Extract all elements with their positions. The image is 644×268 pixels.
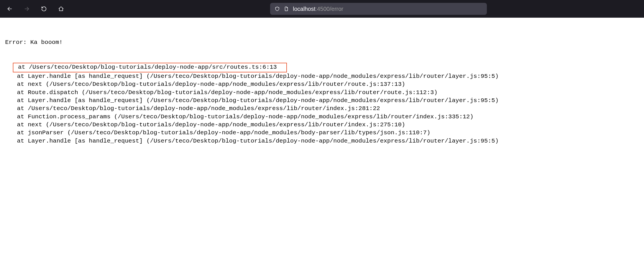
forward-button[interactable] — [23, 5, 31, 13]
arrow-right-icon — [24, 6, 30, 12]
browser-toolbar: localhost:4500/error — [0, 0, 644, 18]
stack-line: at next (/Users/teco/Desktop/blog-tutori… — [5, 80, 639, 88]
stack-line: at Route.dispatch (/Users/teco/Desktop/b… — [5, 89, 639, 97]
url-host: localhost — [293, 6, 315, 12]
stack-line: at Layer.handle [as handle_request] (/Us… — [5, 97, 639, 105]
stack-line-highlighted: at /Users/teco/Desktop/blog-tutorials/de… — [5, 63, 639, 72]
address-bar[interactable]: localhost:4500/error — [270, 3, 487, 15]
stack-trace: at /Users/teco/Desktop/blog-tutorials/de… — [5, 63, 639, 145]
document-icon — [284, 6, 289, 11]
shield-icon — [275, 6, 280, 11]
nav-buttons — [6, 5, 65, 13]
stack-line: at next (/Users/teco/Desktop/blog-tutori… — [5, 121, 639, 129]
error-header: Error: Ka booom! — [5, 38, 639, 46]
address-bar-container: localhost:4500/error — [119, 3, 638, 15]
home-button[interactable] — [57, 5, 65, 13]
stack-line: at Layer.handle [as handle_request] (/Us… — [5, 137, 639, 145]
url-rest: :4500/error — [315, 6, 343, 12]
stack-line: at Function.process_params (/Users/teco/… — [5, 113, 639, 121]
stack-line: at /Users/teco/Desktop/blog-tutorials/de… — [5, 105, 639, 113]
error-page-content: Error: Ka booom! at /Users/teco/Desktop/… — [0, 18, 644, 158]
home-icon — [58, 6, 64, 12]
back-button[interactable] — [6, 5, 14, 13]
stack-line: at jsonParser (/Users/teco/Desktop/blog-… — [5, 129, 639, 137]
reload-button[interactable] — [40, 5, 48, 13]
reload-icon — [41, 6, 47, 12]
highlight-annotation: at /Users/teco/Desktop/blog-tutorials/de… — [13, 63, 287, 72]
url-text: localhost:4500/error — [293, 6, 343, 12]
stack-line: at Layer.handle [as handle_request] (/Us… — [5, 72, 639, 80]
arrow-left-icon — [7, 6, 13, 12]
